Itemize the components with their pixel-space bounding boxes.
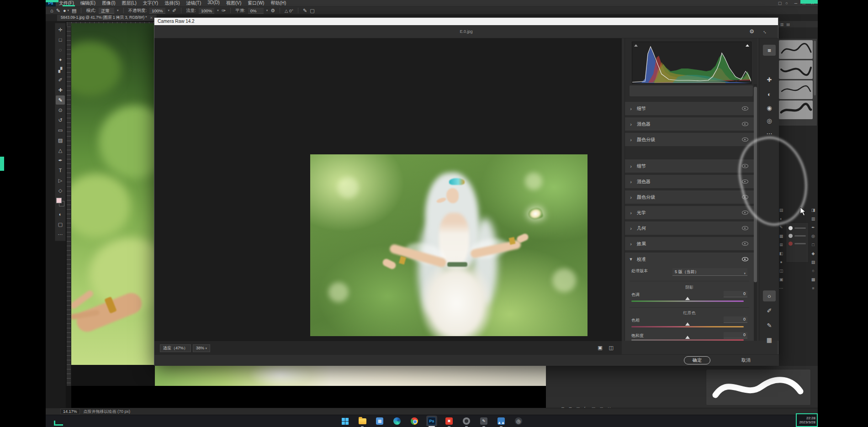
hue-value[interactable]: 0 [724, 316, 747, 323]
status-zoom-value[interactable]: 14.17% [60, 409, 80, 414]
chevron-right-icon[interactable]: › [625, 121, 637, 127]
zoom-level-select[interactable]: 38% ▾ [193, 344, 210, 352]
panel-section-效果[interactable]: ›效果 [625, 237, 754, 251]
smoothing-gear-icon[interactable]: ⚙ [270, 8, 275, 14]
chevron-right-icon[interactable]: › [625, 179, 637, 185]
document-image-left[interactable] [71, 23, 155, 365]
histogram[interactable] [632, 42, 752, 84]
eraser-tool-icon[interactable]: ▭ [56, 126, 65, 135]
mask-tool-icon[interactable]: ◐ [763, 89, 776, 100]
panel-tab-icon[interactable]: ▥ [811, 216, 815, 221]
grid-overlay-tool-icon[interactable]: ▦ [763, 334, 776, 345]
type-tool-icon[interactable]: T [56, 166, 65, 175]
chevron-right-icon[interactable]: › [625, 106, 637, 111]
photoshop[interactable]: Ps [426, 416, 437, 427]
panel-section-混色器[interactable]: ›混色器 [625, 117, 754, 131]
dodge-tool-icon[interactable]: △ [56, 146, 65, 155]
color-swatches[interactable] [56, 197, 65, 207]
camera-lens-app[interactable] [461, 416, 472, 427]
sample-brush-tool-icon[interactable]: ✎ [763, 320, 776, 331]
tab-close-icon[interactable]: ✕ [150, 16, 153, 20]
red-eye-tool-icon[interactable]: ◉ [763, 102, 776, 113]
brush-presets-panel[interactable] [778, 39, 817, 126]
saturation-value[interactable]: 0 [724, 332, 747, 338]
dialog-title-bar[interactable]: Camera Raw 14.2 [154, 18, 778, 25]
panel-section-颜色分级[interactable]: ›颜色分级 [625, 133, 754, 147]
panel-tab-icon[interactable]: ▩ [811, 277, 815, 282]
move-tool-icon[interactable]: ✛ [56, 25, 65, 34]
lasso-tool-icon[interactable]: ◌ [56, 45, 65, 54]
zoom-tool-icon[interactable]: ○ [763, 290, 776, 301]
panel-tab-icon[interactable]: ◆ [812, 251, 815, 256]
highlight-clipping-icon[interactable] [745, 43, 750, 47]
gradient-tool-icon[interactable]: ▨ [56, 136, 65, 145]
menu-item[interactable]: 文字(Y) [140, 0, 161, 7]
menu-item[interactable]: 图像(I) [99, 0, 118, 7]
chrome-browser[interactable] [409, 416, 420, 427]
panel-icon[interactable]: ◫ [779, 269, 783, 273]
menu-item[interactable]: 视图(V) [223, 0, 244, 7]
panel-icon[interactable]: ✎ [779, 225, 783, 230]
edit-toolbar-icon[interactable]: ⋯ [56, 230, 65, 239]
eyedropper-tool-icon[interactable]: ✐ [56, 75, 65, 84]
minimize-button[interactable]: ─ [792, 1, 800, 5]
chevron-right-icon[interactable]: › [625, 241, 637, 247]
chevron-right-icon[interactable]: › [625, 137, 637, 142]
red-app[interactable]: ✖ [444, 416, 455, 427]
clone-stamp-tool-icon[interactable]: ⊙ [56, 105, 65, 115]
tint-value[interactable]: 0 [724, 291, 747, 297]
pressure-size-icon[interactable]: ✎ [303, 8, 307, 14]
screen-mode-tool-icon[interactable]: ▢ [56, 220, 65, 229]
panel-icon[interactable]: ◧ [779, 251, 783, 256]
panel-tab-icon[interactable]: ◎ [811, 234, 815, 238]
chevron-right-icon[interactable]: › [625, 163, 637, 169]
settings-gear-icon[interactable]: ⚙ [749, 28, 754, 35]
magic-wand-tool-icon[interactable]: ✦ [56, 55, 65, 64]
brush-preset-thumbnail[interactable] [779, 60, 813, 79]
cancel-button[interactable]: 取消 [741, 357, 751, 364]
hue-slider[interactable] [631, 326, 744, 327]
shape-tool-icon[interactable]: ◇ [56, 186, 65, 195]
ok-button[interactable]: 确定 [684, 356, 710, 364]
menu-item[interactable]: 编辑(E) [77, 0, 99, 7]
panel-tab-icon[interactable]: ▧ [811, 260, 815, 264]
panel-tab-icon[interactable]: ≡ [812, 286, 814, 290]
view-mode-icon[interactable]: ◫ [609, 345, 614, 351]
edit-panel-tool-icon[interactable]: ≡ [763, 45, 776, 56]
panel-tab-icon[interactable]: ✒ [811, 225, 815, 230]
chevron-right-icon[interactable]: › [625, 226, 637, 231]
brush-preset-thumbnail[interactable] [779, 100, 813, 119]
panel-section-几何[interactable]: ›几何 [625, 221, 754, 235]
airbrush-icon[interactable]: ✑ [222, 8, 226, 14]
history-brush-tool-icon[interactable]: ↺ [56, 116, 65, 125]
photo-preview[interactable] [310, 154, 587, 336]
visibility-eye-icon[interactable] [742, 106, 748, 111]
fit-zoom-button[interactable]: 适应（47%） [160, 344, 191, 352]
opacity-value[interactable]: 100% [149, 8, 165, 14]
white-balance-tool-icon[interactable]: ✐ [763, 305, 776, 316]
panel-tab-icon[interactable]: □ [812, 242, 814, 247]
brush-preset-thumbnail[interactable] [779, 40, 813, 59]
image-preview-area[interactable] [154, 38, 622, 341]
taskbar-clock[interactable]: 22:28 2023/3/28 [796, 413, 818, 427]
visibility-eye-icon[interactable] [742, 226, 748, 230]
flow-value[interactable]: 100% [199, 8, 214, 14]
workspace-icon[interactable]: ▢ [778, 1, 782, 5]
visibility-eye-icon[interactable] [742, 242, 748, 246]
search-icon[interactable]: ○ [785, 1, 788, 5]
menu-item[interactable]: 3D(D) [204, 0, 223, 7]
visibility-eye-icon[interactable] [742, 137, 748, 142]
photos-app[interactable]: ▲▲ [496, 416, 507, 427]
home-icon[interactable]: ⌂ [50, 8, 53, 13]
panel-icon[interactable]: ● [780, 260, 782, 264]
file-explorer[interactable] [357, 416, 368, 427]
marquee-tool-icon[interactable]: □ [56, 35, 65, 44]
panel-tab-icon[interactable]: ○ [812, 269, 814, 273]
brush-preset-icon[interactable]: ● [63, 8, 66, 13]
healing-brush-tool-icon[interactable]: ✚ [56, 85, 65, 95]
panel-icon[interactable]: ▦ [779, 234, 783, 238]
menu-item[interactable]: 滤镜(T) [183, 0, 205, 7]
view-mode-icon[interactable]: ▣ [598, 345, 602, 351]
menu-item[interactable]: 窗口(W) [244, 0, 267, 7]
symmetry-icon[interactable]: ▢ [310, 8, 314, 14]
